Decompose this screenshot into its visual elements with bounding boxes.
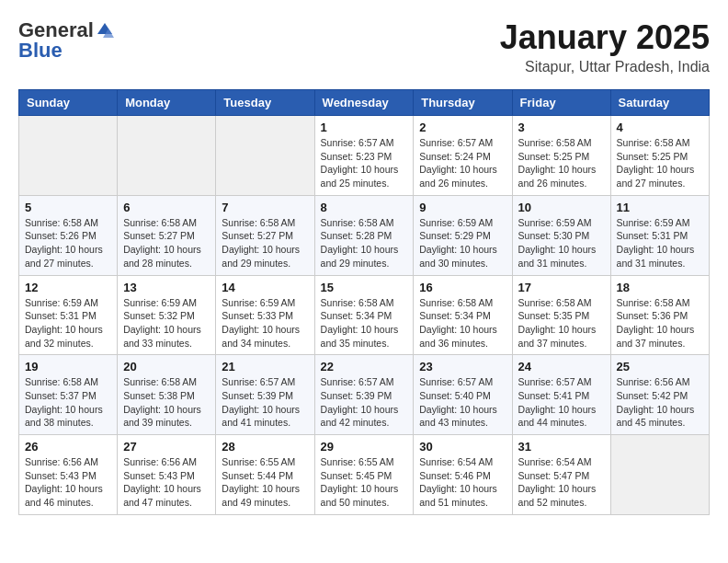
- weekday-header-friday: Friday: [512, 90, 610, 116]
- calendar-cell: 23Sunrise: 6:57 AMSunset: 5:40 PMDayligh…: [414, 355, 512, 435]
- day-number: 15: [321, 281, 408, 294]
- calendar-cell: [610, 435, 709, 515]
- header: General Blue January 2025 Sitapur, Uttar…: [18, 18, 710, 75]
- calendar-cell: 1Sunrise: 6:57 AMSunset: 5:23 PMDaylight…: [314, 116, 414, 196]
- day-info: Sunrise: 6:57 AMSunset: 5:23 PMDaylight:…: [321, 136, 408, 190]
- day-number: 17: [518, 281, 605, 294]
- day-info: Sunrise: 6:58 AMSunset: 5:35 PMDaylight:…: [518, 296, 605, 350]
- calendar-cell: 28Sunrise: 6:55 AMSunset: 5:44 PMDayligh…: [216, 435, 314, 515]
- calendar-cell: 3Sunrise: 6:58 AMSunset: 5:25 PMDaylight…: [512, 116, 610, 196]
- day-info: Sunrise: 6:59 AMSunset: 5:30 PMDaylight:…: [518, 216, 605, 270]
- calendar-cell: 12Sunrise: 6:59 AMSunset: 5:31 PMDayligh…: [19, 275, 118, 355]
- day-number: 31: [518, 440, 605, 454]
- calendar-cell: 19Sunrise: 6:58 AMSunset: 5:37 PMDayligh…: [19, 355, 118, 435]
- day-number: 19: [25, 360, 111, 373]
- calendar-table: SundayMondayTuesdayWednesdayThursdayFrid…: [18, 89, 710, 515]
- day-number: 30: [419, 440, 506, 454]
- calendar-cell: 11Sunrise: 6:59 AMSunset: 5:31 PMDayligh…: [610, 195, 709, 275]
- day-number: 20: [123, 360, 210, 373]
- day-number: 23: [419, 360, 506, 373]
- weekday-header-sunday: Sunday: [19, 90, 118, 116]
- day-number: 1: [321, 121, 408, 134]
- day-number: 16: [419, 281, 506, 294]
- month-title: January 2025: [500, 18, 710, 57]
- day-number: 12: [25, 281, 111, 294]
- calendar-cell: 20Sunrise: 6:58 AMSunset: 5:38 PMDayligh…: [118, 355, 216, 435]
- day-info: Sunrise: 6:58 AMSunset: 5:34 PMDaylight:…: [321, 296, 408, 350]
- day-info: Sunrise: 6:58 AMSunset: 5:28 PMDaylight:…: [321, 216, 408, 270]
- day-info: Sunrise: 6:57 AMSunset: 5:41 PMDaylight:…: [518, 375, 605, 430]
- day-number: 3: [518, 121, 605, 134]
- day-info: Sunrise: 6:58 AMSunset: 5:34 PMDaylight:…: [419, 296, 506, 350]
- calendar-cell: 14Sunrise: 6:59 AMSunset: 5:33 PMDayligh…: [216, 275, 314, 355]
- day-number: 2: [419, 121, 506, 134]
- calendar-cell: 26Sunrise: 6:56 AMSunset: 5:43 PMDayligh…: [19, 435, 118, 515]
- day-info: Sunrise: 6:59 AMSunset: 5:31 PMDaylight:…: [25, 296, 111, 350]
- day-info: Sunrise: 6:58 AMSunset: 5:37 PMDaylight:…: [25, 375, 111, 430]
- weekday-header-tuesday: Tuesday: [216, 90, 314, 116]
- calendar-cell: 17Sunrise: 6:58 AMSunset: 5:35 PMDayligh…: [512, 275, 610, 355]
- day-info: Sunrise: 6:56 AMSunset: 5:43 PMDaylight:…: [123, 455, 210, 510]
- calendar-cell: 16Sunrise: 6:58 AMSunset: 5:34 PMDayligh…: [414, 275, 512, 355]
- calendar-row: 5Sunrise: 6:58 AMSunset: 5:26 PMDaylight…: [19, 195, 710, 275]
- day-number: 25: [617, 360, 703, 373]
- calendar-body: 1Sunrise: 6:57 AMSunset: 5:23 PMDaylight…: [19, 116, 710, 515]
- logo-icon: [96, 21, 114, 40]
- calendar-cell: 27Sunrise: 6:56 AMSunset: 5:43 PMDayligh…: [118, 435, 216, 515]
- calendar-cell: 18Sunrise: 6:58 AMSunset: 5:36 PMDayligh…: [610, 275, 709, 355]
- day-number: 10: [518, 201, 605, 214]
- calendar-cell: 30Sunrise: 6:54 AMSunset: 5:46 PMDayligh…: [414, 435, 512, 515]
- day-info: Sunrise: 6:55 AMSunset: 5:44 PMDaylight:…: [222, 455, 308, 510]
- day-info: Sunrise: 6:59 AMSunset: 5:33 PMDaylight:…: [222, 296, 308, 350]
- day-info: Sunrise: 6:59 AMSunset: 5:32 PMDaylight:…: [123, 296, 210, 350]
- calendar-cell: 10Sunrise: 6:59 AMSunset: 5:30 PMDayligh…: [512, 195, 610, 275]
- day-info: Sunrise: 6:56 AMSunset: 5:42 PMDaylight:…: [617, 375, 703, 430]
- calendar-row: 19Sunrise: 6:58 AMSunset: 5:37 PMDayligh…: [19, 355, 710, 435]
- day-info: Sunrise: 6:55 AMSunset: 5:45 PMDaylight:…: [321, 455, 408, 510]
- calendar-row: 12Sunrise: 6:59 AMSunset: 5:31 PMDayligh…: [19, 275, 710, 355]
- day-number: 22: [321, 360, 408, 373]
- day-number: 18: [617, 281, 703, 294]
- calendar-row: 1Sunrise: 6:57 AMSunset: 5:23 PMDaylight…: [19, 116, 710, 196]
- weekday-header-saturday: Saturday: [610, 90, 709, 116]
- calendar-cell: 24Sunrise: 6:57 AMSunset: 5:41 PMDayligh…: [512, 355, 610, 435]
- day-info: Sunrise: 6:58 AMSunset: 5:25 PMDaylight:…: [518, 136, 605, 190]
- day-number: 5: [25, 201, 111, 214]
- day-info: Sunrise: 6:54 AMSunset: 5:46 PMDaylight:…: [419, 455, 506, 510]
- calendar-cell: 4Sunrise: 6:58 AMSunset: 5:25 PMDaylight…: [610, 116, 709, 196]
- calendar-cell: 6Sunrise: 6:58 AMSunset: 5:27 PMDaylight…: [118, 195, 216, 275]
- location-subtitle: Sitapur, Uttar Pradesh, India: [500, 59, 710, 75]
- day-number: 21: [222, 360, 308, 373]
- day-info: Sunrise: 6:58 AMSunset: 5:38 PMDaylight:…: [123, 375, 210, 430]
- calendar-cell: 9Sunrise: 6:59 AMSunset: 5:29 PMDaylight…: [414, 195, 512, 275]
- day-number: 6: [123, 201, 210, 214]
- day-info: Sunrise: 6:59 AMSunset: 5:31 PMDaylight:…: [617, 216, 703, 270]
- day-info: Sunrise: 6:57 AMSunset: 5:39 PMDaylight:…: [222, 375, 308, 430]
- logo-blue: Blue: [18, 39, 63, 63]
- calendar-cell: 22Sunrise: 6:57 AMSunset: 5:39 PMDayligh…: [314, 355, 414, 435]
- calendar-header-row: SundayMondayTuesdayWednesdayThursdayFrid…: [19, 90, 710, 116]
- calendar-cell: [118, 116, 216, 196]
- calendar-cell: [19, 116, 118, 196]
- calendar-cell: 25Sunrise: 6:56 AMSunset: 5:42 PMDayligh…: [610, 355, 709, 435]
- day-number: 26: [25, 440, 111, 454]
- calendar-row: 26Sunrise: 6:56 AMSunset: 5:43 PMDayligh…: [19, 435, 710, 515]
- weekday-header-thursday: Thursday: [414, 90, 512, 116]
- calendar-cell: [216, 116, 314, 196]
- calendar-cell: 7Sunrise: 6:58 AMSunset: 5:27 PMDaylight…: [216, 195, 314, 275]
- day-info: Sunrise: 6:58 AMSunset: 5:27 PMDaylight:…: [123, 216, 210, 270]
- day-info: Sunrise: 6:58 AMSunset: 5:25 PMDaylight:…: [617, 136, 703, 190]
- day-number: 7: [222, 201, 308, 214]
- weekday-header-monday: Monday: [118, 90, 216, 116]
- day-info: Sunrise: 6:57 AMSunset: 5:39 PMDaylight:…: [321, 375, 408, 430]
- day-number: 4: [617, 121, 703, 134]
- logo: General Blue: [18, 18, 114, 63]
- calendar-cell: 2Sunrise: 6:57 AMSunset: 5:24 PMDaylight…: [414, 116, 512, 196]
- day-info: Sunrise: 6:58 AMSunset: 5:36 PMDaylight:…: [617, 296, 703, 350]
- day-number: 29: [321, 440, 408, 454]
- day-number: 9: [419, 201, 506, 214]
- day-number: 28: [222, 440, 308, 454]
- day-info: Sunrise: 6:57 AMSunset: 5:40 PMDaylight:…: [419, 375, 506, 430]
- day-number: 8: [321, 201, 408, 214]
- calendar-cell: 15Sunrise: 6:58 AMSunset: 5:34 PMDayligh…: [314, 275, 414, 355]
